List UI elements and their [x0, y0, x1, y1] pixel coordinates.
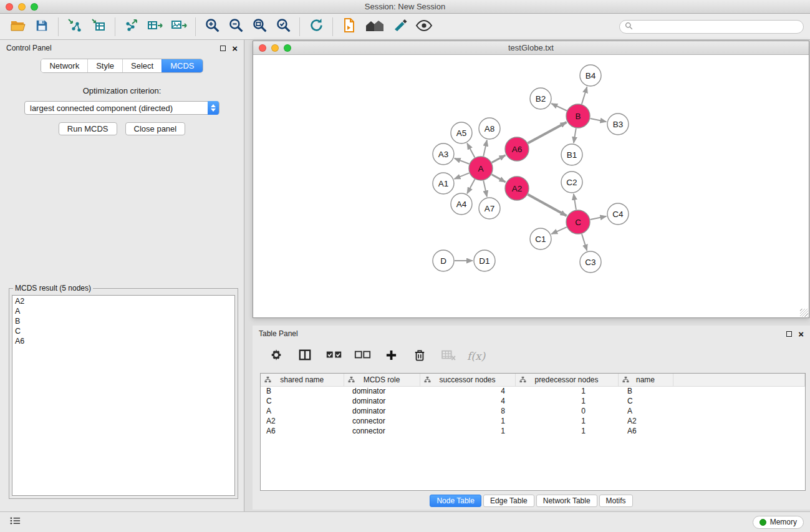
graph-node-A8[interactable]: A8 [479, 118, 500, 139]
graph-node-A[interactable]: A [469, 157, 493, 180]
zoom-window-button[interactable] [31, 3, 38, 11]
column-header-predecessor-nodes[interactable]: predecessor nodes [515, 374, 618, 386]
tab-motifs[interactable]: Motifs [599, 495, 633, 507]
network-canvas[interactable]: B4B2BB3A5A8A6B1A3AC2A1A2A4A7C4CC1C3DD1 [253, 55, 809, 317]
mcds-result-item[interactable]: B [15, 316, 232, 326]
tab-style[interactable]: Style [87, 59, 122, 72]
graph-edge-A-A6[interactable] [492, 155, 506, 163]
graph-edge-B-B3[interactable] [591, 118, 607, 122]
import-table-button[interactable] [87, 16, 110, 37]
graph-edge-A6-B[interactable] [528, 122, 567, 143]
import-network-button[interactable] [63, 16, 87, 37]
table-settings-button[interactable] [265, 345, 287, 367]
graph-node-C[interactable]: C [566, 210, 590, 234]
run-mcds-button[interactable]: Run MCDS [59, 122, 117, 135]
open-document-button[interactable] [337, 16, 361, 37]
close-network-window-button[interactable] [259, 44, 266, 52]
column-header-mcds-role[interactable]: MCDS role [344, 374, 420, 386]
zoom-in-button[interactable] [200, 16, 224, 37]
graph-edge-C-C2[interactable] [574, 194, 576, 210]
mcds-result-item[interactable]: C [15, 326, 232, 336]
search-input[interactable] [636, 22, 798, 31]
close-panel-icon-button[interactable]: × [232, 44, 238, 53]
graph-edge-A-A2[interactable] [492, 175, 506, 182]
memory-button[interactable]: Memory [753, 516, 804, 529]
graph-edge-A2-C[interactable] [528, 195, 567, 216]
graph-node-B[interactable]: B [566, 104, 590, 128]
delete-table-button[interactable] [437, 345, 460, 367]
zoom-out-button[interactable] [224, 16, 248, 37]
export-network-button[interactable] [120, 16, 143, 37]
refresh-layout-button[interactable] [304, 16, 328, 37]
save-session-button[interactable] [30, 16, 54, 37]
graph-node-A7[interactable]: A7 [479, 198, 500, 219]
graph-edge-A-A8[interactable] [483, 140, 487, 157]
resize-grip[interactable] [800, 309, 808, 317]
mcds-result-item[interactable]: A [15, 306, 232, 316]
close-table-panel-button[interactable]: × [798, 329, 804, 339]
tab-mcds[interactable]: MCDS [162, 59, 202, 72]
table-row[interactable]: A6connector11A6 [261, 426, 805, 436]
graph-edge-B-B4[interactable] [582, 87, 587, 104]
function-builder-button[interactable]: f(x) [466, 345, 485, 367]
graph-edge-A-A1[interactable] [455, 173, 470, 179]
column-header-name[interactable]: name [618, 374, 673, 386]
graph-edge-C-C4[interactable] [591, 216, 607, 220]
graph-node-B3[interactable]: B3 [607, 114, 629, 135]
column-header-successor-nodes[interactable]: successor nodes [420, 374, 515, 386]
zoom-network-window-button[interactable] [284, 44, 291, 52]
table-row[interactable]: A2connector11A2 [261, 416, 805, 426]
graph-node-C2[interactable]: C2 [561, 172, 582, 193]
graph-node-A4[interactable]: A4 [451, 193, 472, 215]
graph-edge-B-B2[interactable] [551, 104, 567, 111]
table-row[interactable]: Bdominator41B [261, 386, 805, 396]
show-panels-button[interactable] [6, 515, 24, 530]
graph-node-A3[interactable]: A3 [433, 143, 454, 165]
graph-edge-A-A4[interactable] [467, 180, 475, 194]
graph-node-A6[interactable]: A6 [505, 137, 529, 161]
graph-edge-C-C1[interactable] [551, 227, 567, 234]
column-visibility-button[interactable] [294, 345, 316, 367]
tab-node-table[interactable]: Node Table [430, 495, 481, 507]
graph-edge-A-A3[interactable] [455, 158, 470, 164]
graph-node-B4[interactable]: B4 [580, 65, 601, 86]
graph-node-C3[interactable]: C3 [580, 251, 601, 273]
export-table-button[interactable] [143, 16, 167, 37]
graph-node-A1[interactable]: A1 [433, 173, 454, 194]
graph-node-A2[interactable]: A2 [505, 177, 529, 200]
table-row[interactable]: Cdominator41C [261, 396, 805, 406]
show-hide-button[interactable] [412, 16, 436, 37]
zoom-selected-button[interactable] [271, 16, 295, 37]
apply-style-button[interactable] [388, 16, 412, 37]
graph-node-C1[interactable]: C1 [530, 228, 551, 249]
graph-edge-C-C3[interactable] [582, 234, 587, 251]
float-panel-button[interactable] [220, 46, 226, 51]
tab-edge-table[interactable]: Edge Table [483, 495, 534, 507]
mcds-result-item[interactable]: A6 [15, 336, 232, 346]
column-header-shared-name[interactable]: shared name [261, 374, 344, 386]
graph-edge-B-B1[interactable] [574, 128, 576, 143]
mcds-result-item[interactable]: A2 [15, 296, 232, 306]
delete-column-button[interactable] [408, 345, 431, 367]
home-overview-button[interactable] [361, 16, 388, 37]
float-table-panel-button[interactable] [786, 331, 792, 337]
graph-node-C4[interactable]: C4 [607, 203, 629, 225]
graph-edge-A-A7[interactable] [483, 181, 487, 197]
create-column-button[interactable] [380, 345, 402, 367]
table-row[interactable]: Adominator80A [261, 406, 805, 416]
minimize-window-button[interactable] [18, 3, 26, 11]
select-all-button[interactable] [322, 345, 345, 367]
optimization-criterion-select[interactable]: largest connected component (directed) [24, 101, 219, 115]
export-image-button[interactable] [167, 16, 191, 37]
open-file-button[interactable] [6, 16, 30, 37]
graph-edge-A-A5[interactable] [467, 143, 475, 158]
mcds-result-list[interactable]: A2ABCA6 [12, 295, 235, 496]
close-window-button[interactable] [6, 3, 13, 11]
close-panel-button[interactable]: Close panel [125, 122, 186, 135]
minimize-network-window-button[interactable] [271, 44, 279, 52]
zoom-fit-button[interactable] [248, 16, 271, 37]
graph-node-A5[interactable]: A5 [451, 122, 472, 143]
graph-node-D1[interactable]: D1 [474, 250, 495, 271]
graph-node-B1[interactable]: B1 [561, 144, 582, 165]
graph-node-D[interactable]: D [433, 250, 454, 271]
